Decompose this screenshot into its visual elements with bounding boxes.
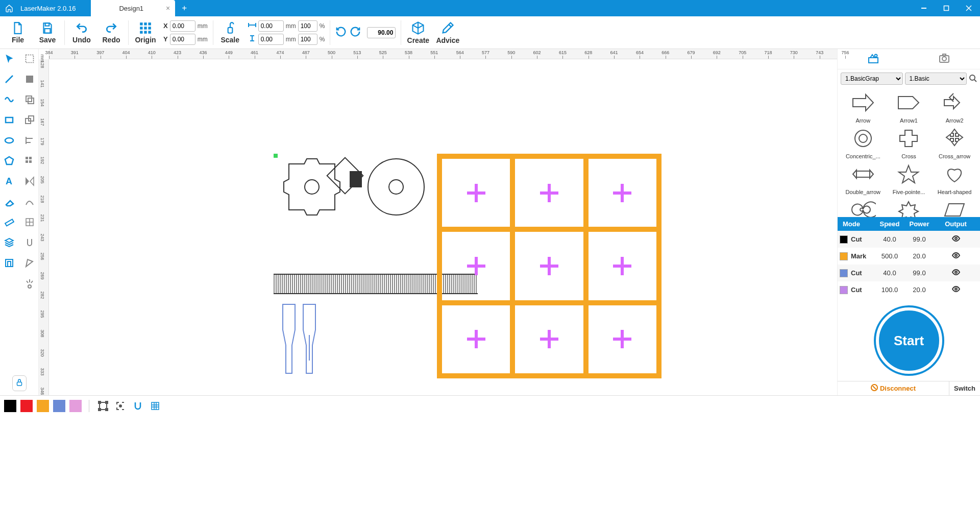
document-tab[interactable]: Design1 × [91, 0, 175, 16]
close-button[interactable] [958, 0, 980, 16]
color-swatch[interactable] [53, 400, 65, 412]
layer-speed: 40.0 [874, 269, 905, 277]
rotate-cw-icon[interactable] [350, 26, 361, 39]
save-button[interactable]: Save [33, 17, 62, 48]
layer-visibility-toggle[interactable] [934, 284, 978, 295]
shapes-tab-icon[interactable] [867, 52, 879, 66]
disconnect-status[interactable]: Disconnect [838, 381, 949, 395]
create-button[interactable]: Create [403, 17, 433, 48]
width-input[interactable] [258, 20, 284, 32]
grid-icon[interactable] [149, 399, 162, 413]
polygon-tool[interactable] [3, 154, 16, 167]
tab-label: Design1 [119, 5, 143, 12]
layer-row[interactable]: Cut40.099.0 [838, 265, 980, 281]
layers-tool[interactable] [3, 236, 16, 249]
lock-toggle[interactable] [12, 375, 27, 391]
bounds-tool[interactable] [96, 399, 110, 413]
height-pct-input[interactable] [298, 34, 317, 45]
advice-button[interactable]: Advice [433, 17, 462, 48]
redo-label: Redo [103, 36, 120, 44]
camera-tab-icon[interactable] [938, 52, 950, 66]
shape-item[interactable]: Helical_line [841, 196, 886, 217]
magnet-tool[interactable] [23, 236, 36, 249]
shape-item[interactable]: Cross [887, 125, 932, 159]
layer-visibility-toggle[interactable] [934, 251, 978, 261]
rotate-tool[interactable] [23, 256, 36, 270]
color-swatch[interactable] [4, 400, 16, 412]
shape-item[interactable]: Concentric_... [841, 125, 886, 159]
ellipse-tool[interactable] [3, 134, 16, 147]
shape-item[interactable]: Arrow2 [932, 89, 977, 124]
svg-rect-7 [144, 22, 146, 25]
new-tab-button[interactable]: + [175, 0, 193, 16]
tab-close-icon[interactable]: × [166, 4, 170, 12]
file-button[interactable]: File [3, 17, 33, 48]
design-blue-parts[interactable] [278, 299, 329, 376]
height-input[interactable] [258, 34, 284, 45]
layer-power: 20.0 [905, 252, 934, 260]
color-swatch[interactable] [20, 400, 33, 412]
start-button[interactable]: Start [876, 307, 942, 374]
shape-item[interactable]: Parallelogram [932, 196, 977, 217]
color-swatch[interactable] [37, 400, 49, 412]
redo-button[interactable]: Redo [96, 17, 126, 48]
x-unit: mm [198, 22, 208, 30]
sun-tool[interactable] [23, 277, 36, 290]
shape-item[interactable]: Arrow1 [887, 89, 932, 124]
rect-tool[interactable] [3, 113, 16, 127]
shape-thumb [939, 89, 970, 116]
wh-inputs: mm% mm% [245, 20, 328, 45]
frame-tool[interactable] [3, 256, 16, 270]
align-tool[interactable] [23, 134, 36, 147]
marquee-tool[interactable] [23, 52, 36, 65]
search-icon[interactable] [969, 74, 977, 84]
origin-button[interactable]: Origin [131, 17, 160, 48]
shape-item[interactable]: Hexagonal_... [887, 196, 932, 217]
switch-button[interactable]: Switch [949, 381, 980, 395]
layer-visibility-toggle[interactable] [934, 268, 978, 278]
shape-item[interactable]: Heart-shaped [932, 160, 977, 195]
path-tool[interactable] [23, 195, 36, 208]
layer-row[interactable]: Mark500.020.0 [838, 248, 980, 265]
shape-item[interactable]: Arrow [841, 89, 886, 124]
layer-row[interactable]: Cut100.020.0 [838, 281, 980, 298]
layer-visibility-toggle[interactable] [934, 234, 978, 245]
shape-item[interactable]: Double_arrow [841, 160, 886, 195]
y-input[interactable] [170, 34, 195, 45]
minimize-button[interactable] [913, 0, 935, 16]
grid-tool[interactable] [23, 215, 36, 229]
text-tool[interactable]: A [3, 175, 16, 188]
svg-point-67 [955, 254, 957, 256]
array-tool[interactable] [23, 154, 36, 167]
mirror-tool[interactable] [23, 175, 36, 188]
shape-item[interactable]: Cross_arrow [932, 125, 977, 159]
copy-tool[interactable] [23, 93, 36, 106]
ruler-tool[interactable] [3, 215, 16, 229]
subcategory-select[interactable]: 1.Basic [905, 73, 967, 85]
eraser-tool[interactable] [3, 195, 16, 208]
focus-tool[interactable] [114, 399, 127, 413]
curve-tool[interactable] [3, 93, 16, 106]
layer-row[interactable]: Cut40.099.0 [838, 231, 980, 248]
magnet-icon[interactable] [131, 399, 144, 413]
undo-button[interactable]: Undo [67, 17, 96, 48]
scale-button[interactable]: Scale [215, 17, 245, 48]
layer-mode: Mark [851, 252, 874, 260]
design-grid[interactable] [437, 154, 662, 378]
home-button[interactable] [0, 0, 18, 16]
fill-tool[interactable] [23, 73, 36, 86]
rotation-input[interactable] [367, 27, 396, 38]
maximize-button[interactable] [935, 0, 958, 16]
line-tool[interactable] [3, 73, 16, 86]
svg-rect-75 [99, 409, 101, 411]
canvas[interactable] [49, 59, 837, 395]
rotate-ccw-icon[interactable] [335, 26, 347, 39]
x-input[interactable] [170, 20, 195, 32]
color-swatch[interactable] [69, 400, 82, 412]
pointer-tool[interactable] [3, 52, 16, 65]
duplicate-tool[interactable] [23, 113, 36, 127]
design-gears[interactable] [274, 154, 432, 256]
width-pct-input[interactable] [298, 20, 317, 32]
shape-item[interactable]: Five-pointe... [887, 160, 932, 195]
category-select[interactable]: 1.BasicGrap [841, 73, 903, 85]
